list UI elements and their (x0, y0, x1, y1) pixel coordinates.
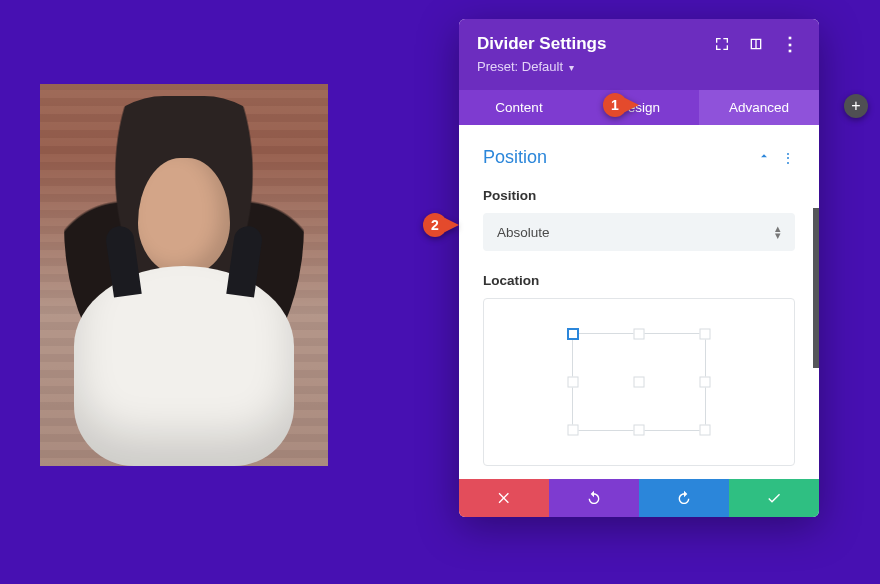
caret-down-icon: ▾ (569, 62, 574, 73)
location-point-bottom-right[interactable] (700, 425, 711, 436)
divider-settings-panel: Divider Settings ⋮ Preset: Default ▾ Con… (459, 19, 819, 517)
location-point-bottom-left[interactable] (568, 425, 579, 436)
panel-menu-icon[interactable]: ⋮ (779, 33, 801, 55)
close-icon (496, 490, 512, 506)
location-point-middle-center[interactable] (634, 377, 645, 388)
location-point-bottom-center[interactable] (634, 425, 645, 436)
team-member-image (40, 84, 328, 466)
position-field-label: Position (483, 188, 795, 203)
select-caret-icon: ▴▾ (775, 225, 781, 238)
redo-button[interactable] (639, 479, 729, 517)
location-point-top-left[interactable] (567, 328, 579, 340)
preset-label: Preset: (477, 59, 518, 74)
annotation-step-2: 2 (423, 213, 459, 237)
location-grid (572, 333, 706, 431)
panel-header: Divider Settings ⋮ Preset: Default ▾ (459, 19, 819, 90)
position-select[interactable]: Absolute ▴▾ (483, 213, 795, 251)
panel-body: Position ⋮ Position Absolute ▴▾ Location (459, 125, 819, 479)
position-select-value: Absolute (497, 225, 550, 240)
location-point-middle-left[interactable] (568, 377, 579, 388)
undo-icon (586, 490, 602, 506)
redo-icon (676, 490, 692, 506)
settings-tabs: Content Design Advanced (459, 90, 819, 125)
tab-design[interactable]: Design (579, 90, 699, 125)
panel-title-text: Divider Settings (477, 34, 606, 54)
location-picker (483, 298, 795, 466)
section-menu-icon[interactable]: ⋮ (781, 150, 795, 166)
snap-icon[interactable] (745, 33, 767, 55)
preset-value: Default (522, 59, 563, 74)
panel-footer (459, 479, 819, 517)
tab-advanced[interactable]: Advanced (699, 90, 819, 125)
add-module-button[interactable]: + (844, 94, 868, 118)
chevron-up-icon[interactable] (757, 149, 771, 166)
cancel-button[interactable] (459, 479, 549, 517)
section-title: Position (483, 147, 547, 168)
location-point-top-center[interactable] (634, 329, 645, 340)
section-position-header[interactable]: Position ⋮ (483, 147, 795, 168)
tab-content[interactable]: Content (459, 90, 579, 125)
location-field-label: Location (483, 273, 795, 288)
location-point-middle-right[interactable] (700, 377, 711, 388)
panel-scrollbar[interactable] (813, 208, 819, 368)
save-button[interactable] (729, 479, 819, 517)
undo-button[interactable] (549, 479, 639, 517)
preset-selector[interactable]: Preset: Default ▾ (477, 55, 801, 86)
location-point-top-right[interactable] (700, 329, 711, 340)
expand-icon[interactable] (711, 33, 733, 55)
check-icon (766, 490, 782, 506)
plus-icon: + (851, 97, 860, 115)
